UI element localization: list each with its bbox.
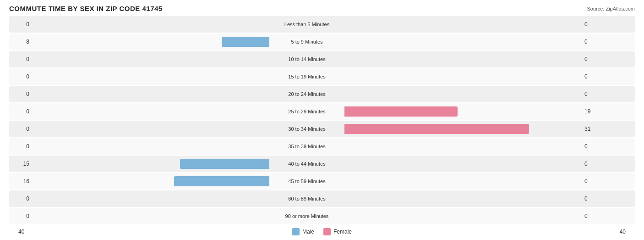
male-bar: [180, 159, 269, 169]
female-bar-container: [344, 19, 582, 29]
male-bar-container: [32, 54, 270, 64]
female-value: 0: [582, 213, 605, 219]
rows-area: 0Less than 5 Minutes085 to 9 Minutes0010…: [9, 16, 635, 225]
bar-row: 025 to 29 Minutes19: [9, 103, 635, 120]
female-bar-container: [344, 37, 582, 47]
male-bar-container: [32, 124, 270, 134]
female-value: 19: [582, 108, 605, 115]
bar-row: 010 to 14 Minutes0: [9, 51, 635, 67]
legend-left-value: 40: [18, 229, 46, 235]
bar-row: 030 to 34 Minutes31: [9, 121, 635, 137]
row-label: 45 to 59 Minutes: [270, 179, 344, 184]
bar-row: 060 to 89 Minutes0: [9, 190, 635, 207]
row-label: 35 to 39 Minutes: [270, 144, 344, 149]
female-bar: [344, 124, 529, 134]
male-value: 0: [9, 108, 32, 115]
chart-container: COMMUTE TIME BY SEX IN ZIP CODE 41745 So…: [0, 0, 644, 240]
legend-center: Male Female: [292, 228, 352, 235]
male-bar-container: [32, 176, 270, 186]
bar-row: 035 to 39 Minutes0: [9, 138, 635, 155]
title-row: COMMUTE TIME BY SEX IN ZIP CODE 41745 So…: [9, 5, 635, 12]
female-bar: [344, 106, 458, 117]
bar-row: 85 to 9 Minutes0: [9, 33, 635, 50]
female-bar-container: [344, 106, 582, 117]
bar-row: 015 to 19 Minutes0: [9, 68, 635, 85]
male-bar-container: [32, 159, 270, 169]
row-label: 60 to 89 Minutes: [270, 196, 344, 201]
male-value: 0: [9, 143, 32, 150]
female-value: 0: [582, 161, 605, 167]
legend-item-female: Female: [323, 228, 352, 235]
male-bar-container: [32, 194, 270, 204]
legend-right-value: 40: [598, 229, 626, 235]
male-swatch: [292, 228, 300, 235]
female-value: 0: [582, 21, 605, 28]
female-value: 0: [582, 195, 605, 202]
female-bar-container: [344, 159, 582, 169]
female-bar-container: [344, 141, 582, 151]
male-bar-container: [32, 72, 270, 82]
female-bar-container: [344, 54, 582, 64]
source-text: Source: ZipAtlas.com: [587, 6, 635, 11]
male-value: 0: [9, 195, 32, 202]
bar-row: 1645 to 59 Minutes0: [9, 173, 635, 190]
row-label: 90 or more Minutes: [270, 213, 344, 219]
male-bar-container: [32, 106, 270, 117]
male-bar-container: [32, 37, 270, 47]
male-value: 0: [9, 91, 32, 97]
male-value: 0: [9, 126, 32, 132]
male-value: 16: [9, 178, 32, 184]
female-value: 31: [582, 126, 605, 132]
female-bar-container: [344, 72, 582, 82]
row-label: 40 to 44 Minutes: [270, 161, 344, 167]
female-value: 0: [582, 39, 605, 45]
bar-row: 090 or more Minutes0: [9, 208, 635, 224]
male-value: 0: [9, 56, 32, 62]
row-label: 5 to 9 Minutes: [270, 39, 344, 45]
female-value: 0: [582, 143, 605, 150]
bar-row: 1540 to 44 Minutes0: [9, 156, 635, 172]
bar-row: 0Less than 5 Minutes0: [9, 16, 635, 33]
male-bar: [174, 176, 269, 186]
female-value: 0: [582, 91, 605, 97]
female-bar-container: [344, 194, 582, 204]
male-bar-container: [32, 19, 270, 29]
female-value: 0: [582, 73, 605, 80]
female-bar-container: [344, 211, 582, 221]
row-label: 20 to 24 Minutes: [270, 91, 344, 97]
legend-item-male: Male: [292, 228, 314, 235]
female-label: Female: [333, 229, 352, 235]
female-bar-container: [344, 124, 582, 134]
chart-title: COMMUTE TIME BY SEX IN ZIP CODE 41745: [9, 5, 163, 12]
row-label: 10 to 14 Minutes: [270, 56, 344, 62]
male-value: 8: [9, 39, 32, 45]
male-label: Male: [302, 229, 314, 235]
male-value: 0: [9, 73, 32, 80]
legend-row: 40 Male Female 40: [9, 228, 635, 235]
row-label: 30 to 34 Minutes: [270, 126, 344, 132]
female-value: 0: [582, 178, 605, 184]
row-label: 25 to 29 Minutes: [270, 109, 344, 114]
female-bar-container: [344, 89, 582, 99]
row-label: Less than 5 Minutes: [270, 22, 344, 27]
male-value: 0: [9, 213, 32, 219]
male-value: 15: [9, 161, 32, 167]
male-value: 0: [9, 21, 32, 28]
male-bar-container: [32, 141, 270, 151]
male-bar-container: [32, 211, 270, 221]
male-bar: [222, 37, 269, 47]
male-bar-container: [32, 89, 270, 99]
female-swatch: [323, 228, 331, 235]
row-label: 15 to 19 Minutes: [270, 74, 344, 79]
bar-row: 020 to 24 Minutes0: [9, 86, 635, 102]
female-bar-container: [344, 176, 582, 186]
female-value: 0: [582, 56, 605, 62]
